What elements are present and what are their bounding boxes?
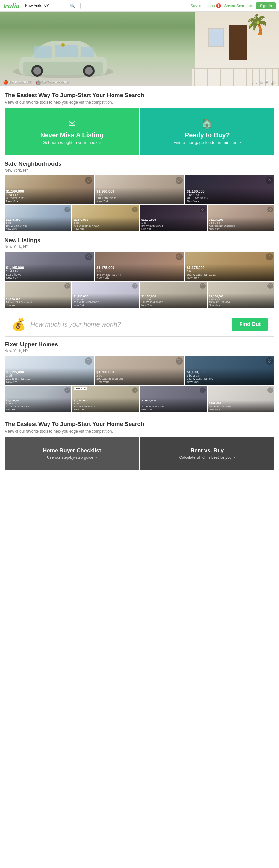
listing-details: 2 bd 1 ba [141, 298, 206, 301]
listing-details: 1 bd [6, 221, 70, 224]
listing-city: New York [6, 276, 92, 279]
heart-icon[interactable]: ♡ [267, 387, 273, 393]
listing-card[interactable]: ♡ $1,150,000 1 bd 1 ba 615 W 42nd St #30… [72, 282, 139, 308]
heart-icon[interactable]: ♡ [267, 207, 273, 212]
listing-card[interactable]: ♡ $1,200,000 2 bd 200 Cabrini Blvd #56 N… [95, 356, 184, 385]
listing-card[interactable]: ♡ $1,175,000 1 bd 190 W 12th St #4C New … [4, 205, 71, 231]
listing-price: $1,150,000 [6, 298, 70, 301]
heart-icon[interactable]: ♡ [200, 283, 206, 289]
listing-card[interactable]: ♡ $1,160,000 2 bd 284 Fifth Ave #5E New … [95, 175, 184, 204]
jumpstart2-section: The Easiest Way To Jump-Start Your Home … [0, 416, 279, 476]
listing-address: 123 W 93rd St #1F [141, 301, 206, 304]
twitter-icon[interactable]: t [256, 79, 257, 84]
listing-card[interactable]: ♡ $1,100,000 3 bd 1 ba 475 FDR Dr #12005… [4, 386, 71, 412]
svg-rect-9 [81, 47, 94, 57]
heart-icon[interactable]: ♡ [266, 358, 273, 365]
listing-overlay: $1,160,000 2 bd 284 Fifth Ave #5E New Yo… [95, 187, 184, 204]
listing-details: 2 bd [96, 374, 182, 377]
listing-city: New York [6, 408, 70, 411]
listing-card[interactable]: ♡ $1,160,000 1 bd 1 ba 40 E 55th St #17B… [185, 175, 275, 204]
heart-icon[interactable]: ♡ [64, 207, 70, 212]
listing-overlay: $1,100,000 3 bd 1 ba 475 FDR Dr #12005 N… [4, 398, 71, 412]
listing-address: 40 E 55th St #17B [187, 196, 273, 200]
listing-city: New York [74, 408, 138, 411]
listing-card[interactable]: ♡ $1,015,000 1 bd 301 E 74th St #10E New… [140, 386, 207, 412]
listing-details: 3 bd 1 ba [6, 402, 70, 405]
app-android-link[interactable]: 🤖 Get Trulia on Android [36, 80, 69, 84]
buyer-checklist-title: Home Buyer Checklist [43, 447, 101, 454]
heart-icon[interactable]: ♡ [132, 207, 138, 212]
app-ios-link[interactable]: 🍎 Get Trulia on iOS [3, 80, 31, 84]
hero-plants: 🌴 [245, 15, 269, 34]
listing-card[interactable]: ♡ $1,175,000 2 bd 301 W 118th St #1213 N… [185, 252, 275, 281]
listing-card[interactable]: ♡ $1,165,000 2 bd 2 ba 502 9th Ave New Y… [4, 252, 94, 281]
heart-icon[interactable]: ♡ [200, 387, 206, 393]
listing-address: 736 W 186th St #7CD [74, 224, 138, 227]
listing-details: 2 bd [74, 402, 138, 405]
listing-overlay: $1,015,000 1 bd 301 E 74th St #10E New Y… [140, 398, 207, 412]
heart-icon[interactable]: ♡ [267, 283, 273, 289]
googleplus-icon[interactable]: g+ [271, 79, 276, 84]
heart-icon[interactable]: ♡ [266, 253, 273, 260]
svg-point-10 [62, 43, 65, 46]
listing-overlay: $1,175,000 2 bd 2 ba Address Not Disclos… [208, 217, 275, 231]
listing-card[interactable]: ♡ $1,160,000 1 bd 1 ba 3 Rector Pl #1210… [4, 175, 94, 204]
listing-card[interactable]: ♡ $1,175,000 2 bd 2 ba Address Not Discl… [208, 205, 275, 231]
tool-ready-to-buy[interactable]: 🏠 Ready to Buy? Find a mortgage lender i… [140, 108, 275, 155]
listing-card[interactable]: ♡ $1,175,000 1 bd 345 W 88th St #7-F New… [140, 205, 207, 231]
listing-card[interactable]: ♡ $1,175,000 1 bd 345 W 88th St #7-F New… [95, 252, 184, 281]
listing-price: $1,150,000 [209, 294, 274, 298]
listing-address: 301 E 74th St #10E [141, 405, 206, 408]
listing-address: Address Not Disclosed [209, 224, 274, 227]
heart-icon[interactable]: ♡ [176, 358, 183, 365]
listing-city: New York [209, 227, 274, 230]
listing-price: $1,150,000 [141, 294, 206, 298]
jumpstart2-subtitle: A few of our favorite tools to help you … [4, 429, 275, 434]
heart-icon[interactable]: ♡ [132, 387, 138, 393]
listing-details: 3 bd 2 ba [187, 374, 273, 377]
sign-in-button[interactable]: Sign In [256, 2, 276, 9]
listing-card[interactable]: ♡ $1,195,000 1 bd 201 E 66th St #10A New… [4, 356, 94, 385]
listing-card[interactable]: COMPASS ♡ $1,065,000 2 bd 250 W 75th St … [72, 386, 139, 412]
facebook-icon[interactable]: f [252, 79, 253, 84]
listing-overlay: $1,165,000 2 bd 2 ba 502 9th Ave New Yor… [4, 264, 94, 281]
listing-address: 15 W 72nd St #14L [209, 301, 274, 304]
listing-card[interactable]: ♡ $999,000 446 E 86th St #10A New York [208, 386, 275, 412]
heart-icon[interactable]: ♡ [64, 283, 70, 289]
listing-price: $1,150,000 [74, 294, 138, 298]
tool-buyer-checklist[interactable]: Home Buyer Checklist Use our step-by-ste… [4, 437, 139, 470]
search-input[interactable] [25, 4, 70, 8]
logo[interactable]: trulia [3, 2, 20, 10]
heart-icon[interactable]: ♡ [64, 387, 70, 393]
heart-icon[interactable]: ♡ [132, 283, 138, 289]
search-bar[interactable]: 🔍 [23, 3, 81, 9]
tool-never-miss[interactable]: ✉ Never Miss A Listing Get homes right i… [4, 108, 139, 155]
listing-card[interactable]: ♡ $1,175,000 4 bd 736 W 186th St #7CD Ne… [72, 205, 139, 231]
heart-icon[interactable]: ♡ [200, 207, 206, 212]
heart-icon[interactable]: ♡ [176, 177, 183, 184]
listing-overlay: $1,150,000 1 bd 1 ba 615 W 42nd St #30BB… [72, 293, 139, 308]
android-icon: 🤖 [36, 80, 41, 84]
listing-details: 1 bd 1 ba [74, 298, 138, 301]
listing-card[interactable]: ♡ $1,100,000 3 bd 2 ba 241 W 108th St #6… [185, 356, 275, 385]
listing-card[interactable]: ♡ $1,150,000 1 bd 1 ba 15 W 72nd St #14L… [208, 282, 275, 308]
pinterest-icon[interactable]: P [266, 79, 269, 84]
new-row2: ♡ $1,150,000 Address Not Disclosed New Y… [4, 282, 275, 308]
find-out-button[interactable]: Find Out [232, 318, 268, 331]
listing-price: $1,165,000 [6, 266, 92, 270]
tool-rent-vs-buy[interactable]: Rent vs. Buy Calculate which is best for… [140, 437, 275, 470]
saved-searches-link[interactable]: Saved Searches [224, 4, 253, 8]
saved-homes-link[interactable]: Saved Homes 1 [190, 3, 221, 8]
listing-details: 2 bd 2 ba [6, 270, 92, 273]
listing-price: $1,100,000 [187, 370, 273, 374]
listing-price: $1,160,000 [187, 189, 273, 193]
listing-card[interactable]: ♡ $1,150,000 Address Not Disclosed New Y… [4, 282, 71, 308]
linkedin-icon[interactable]: in [259, 79, 263, 84]
listing-address: 345 W 88th St #7-F [96, 273, 182, 276]
email-icon: ✉ [68, 118, 76, 129]
listing-overlay: $1,150,000 Address Not Disclosed New Yor… [4, 296, 71, 308]
listing-address: 475 FDR Dr #12005 [6, 405, 70, 408]
heart-icon[interactable]: ♡ [266, 177, 273, 184]
heart-icon[interactable]: ♡ [176, 253, 183, 260]
listing-card[interactable]: ♡ $1,150,000 2 bd 1 ba 123 W 93rd St #1F… [140, 282, 207, 308]
